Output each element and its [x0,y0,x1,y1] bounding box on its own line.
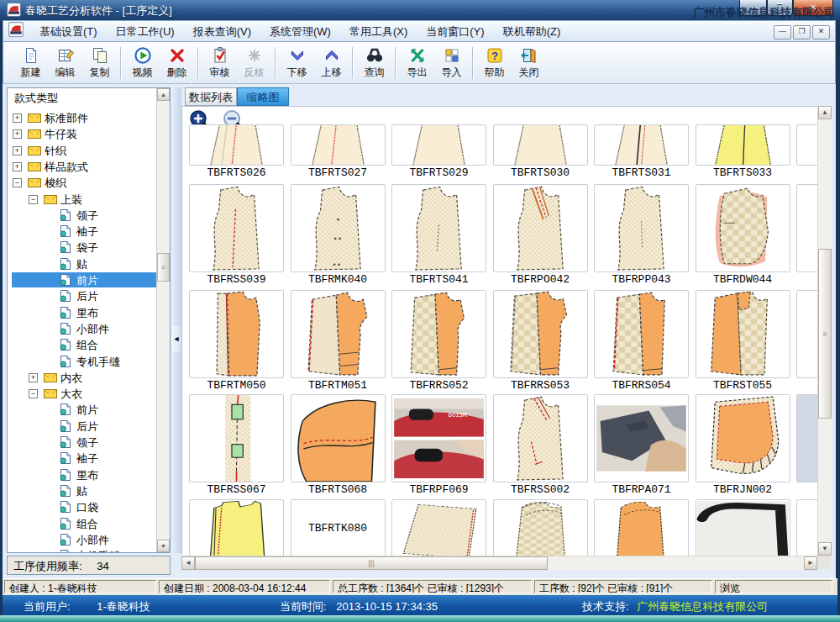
sidebar-item-0[interactable]: +标准部件 [8,110,157,126]
thumbnail-cell[interactable] [391,184,486,272]
horizontal-scrollbar[interactable]: ◄ ||| ► [181,556,817,570]
thumbnail-cell[interactable] [391,499,486,556]
thumbnail-cell[interactable] [391,290,486,378]
thumbnail-cell[interactable]: 6015R [391,394,486,482]
sidebar-item-27[interactable]: 专机手缝 [8,548,157,553]
thumbnail-cell[interactable] [796,184,818,272]
sidebar-item-10[interactable]: 前片 [8,272,157,288]
toolbar-button-2[interactable]: 复制 [82,45,117,82]
thumbnail-cell[interactable] [189,499,284,556]
toolbar-button-10[interactable]: 导出 [400,45,434,82]
thumbnail-cell[interactable] [594,184,689,272]
thumbnail-cell[interactable] [189,124,284,166]
toolbar-button-1[interactable]: 编辑 [48,45,82,82]
thumbnail-cell[interactable] [291,184,386,272]
sidebar-item-24[interactable]: 口袋 [8,499,157,515]
toolbar-button-5[interactable]: 审核 [202,45,237,82]
sidebar-item-19[interactable]: 后片 [8,419,157,435]
toolbar-button-8[interactable]: 上移 [314,45,349,82]
panel-splitter[interactable]: ◄ [171,87,181,553]
thumbnail-cell[interactable] [391,124,486,166]
sidebar-item-14[interactable]: 组合 [8,337,157,353]
thumbnail-cell[interactable] [796,394,818,482]
sidebar-item-5[interactable]: −上装 [8,192,157,208]
vertical-scrollbar[interactable]: ▲ ≡ ▼ [817,106,832,556]
tab-data-list[interactable]: 数据列表 [185,87,237,106]
thumbnail-cell[interactable] [594,394,689,482]
toolbar-button-13[interactable]: 关闭 [512,45,546,82]
thumbnail-cell[interactable] [493,184,588,272]
thumbnail-cell[interactable] [493,124,588,166]
scroll-right-icon[interactable]: ► [804,556,817,570]
collapse-arrow-icon[interactable]: ◄ [172,326,181,351]
sidebar-item-2[interactable]: +针织 [8,143,157,159]
tree-expand-toggle[interactable]: + [13,113,22,123]
menu-item-5[interactable]: 当前窗口(Y) [417,23,493,40]
menu-item-4[interactable]: 常用工具(X) [340,23,417,40]
thumbnail-cell[interactable] [493,394,588,482]
sidebar-item-9[interactable]: 贴 [8,256,157,272]
sidebar-item-23[interactable]: 贴 [8,483,157,499]
sidebar-item-4[interactable]: −梭织 [8,175,157,191]
sidebar-item-6[interactable]: 领子 [8,208,157,224]
sidebar-item-13[interactable]: 小部件 [8,321,157,337]
thumbnail-cell[interactable] [291,290,386,378]
thumbnail-cell[interactable] [189,394,284,482]
menu-item-6[interactable]: 联机帮助(Z) [494,23,570,40]
horizontal-scrollbar-thumb[interactable]: ||| [195,556,548,570]
menu-item-0[interactable]: 基础设置(T) [30,23,107,40]
menu-item-2[interactable]: 报表查询(V) [184,23,260,40]
tree-expand-toggle[interactable]: + [13,146,22,156]
thumbnail-cell[interactable] [594,290,689,378]
tree-expand-toggle[interactable]: + [13,129,22,139]
thumbnail-cell[interactable] [696,499,790,556]
sidebar-item-7[interactable]: 袖子 [8,224,157,240]
thumbnail-cell[interactable] [796,290,818,378]
thumbnail-cell[interactable] [594,499,689,556]
thumbnail-cell[interactable] [189,290,284,378]
thumbnail-cell[interactable] [594,124,689,166]
sidebar-item-16[interactable]: +内衣 [8,370,157,386]
thumbnail-cell[interactable] [291,394,386,482]
toolbar-button-0[interactable]: 新建 [13,45,48,82]
scroll-up-icon[interactable]: ▲ [818,106,832,119]
thumbnail-cell[interactable] [291,124,386,166]
sidebar-item-15[interactable]: 专机手缝 [8,354,157,370]
sidebar-item-26[interactable]: 小部件 [8,532,157,548]
tree-scrollbar[interactable]: ▲ ≡ ▼ [156,88,170,552]
sidebar-item-20[interactable]: 领子 [8,435,157,451]
toolbar-button-3[interactable]: 视频 [125,45,160,82]
toolbar-button-7[interactable]: 下移 [280,45,314,82]
thumbnail-cell[interactable] [696,290,790,378]
sidebar-item-12[interactable]: 里布 [8,305,157,321]
scroll-left-icon[interactable]: ◄ [181,556,195,570]
tree-expand-toggle[interactable]: − [29,195,38,204]
sidebar-item-8[interactable]: 袋子 [8,240,157,256]
thumbnail-cell[interactable] [696,124,790,166]
toolbar-button-6[interactable]: 反核 [237,45,271,82]
tree-expand-toggle[interactable]: + [29,373,38,382]
toolbar-button-4[interactable]: 删除 [160,45,194,82]
toolbar-button-11[interactable]: 导入 [434,45,469,82]
mdi-close-button[interactable]: ✕ [812,25,830,40]
thumbnail-cell[interactable] [796,124,818,166]
sidebar-item-11[interactable]: 后片 [8,288,157,304]
thumbnail-cell[interactable] [189,184,284,272]
tab-thumbnail[interactable]: 缩略图 [237,87,289,106]
sidebar-item-17[interactable]: −大衣 [8,386,157,402]
thumbnail-cell[interactable] [493,499,588,556]
tree-expand-toggle[interactable]: + [13,162,22,171]
tree-scroll-up-icon[interactable]: ▲ [157,88,170,101]
toolbar-button-12[interactable]: ?帮助 [477,45,512,82]
mdi-restore-button[interactable]: ❐ [793,25,811,40]
thumbnail-cell[interactable] [696,184,790,272]
sidebar-item-1[interactable]: +牛仔装 [8,126,157,142]
toolbar-button-9[interactable]: 查询 [357,45,391,82]
menu-item-3[interactable]: 系统管理(W) [260,23,340,40]
tree-scrollbar-thumb[interactable]: ≡ [157,253,170,282]
menu-item-1[interactable]: 日常工作(U) [107,23,184,40]
sidebar-item-3[interactable]: +样品款式 [8,159,157,175]
scroll-down-icon[interactable]: ▼ [818,542,832,556]
sidebar-item-18[interactable]: 前片 [8,402,157,418]
vertical-scrollbar-thumb[interactable]: ≡ [818,249,832,419]
